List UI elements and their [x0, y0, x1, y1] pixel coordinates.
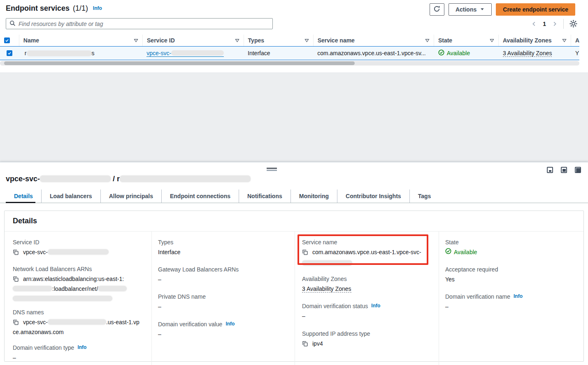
info-link[interactable]: Info [77, 344, 86, 350]
table-header-row: Name Service ID Types Service name State… [0, 35, 579, 46]
actions-button-label: Actions [456, 6, 476, 13]
horizontal-scrollbar-thumb[interactable] [4, 61, 355, 65]
state-text: Available [454, 248, 477, 257]
tab-details[interactable]: Details [6, 190, 41, 203]
search-input[interactable] [19, 21, 269, 27]
field-domain-verification-name: Domain verification nameInfo – [445, 293, 574, 311]
redacted-text [120, 175, 251, 182]
tab-contributor-insights[interactable]: Contributor Insights [337, 190, 409, 203]
field-label: Network Load Balancers ARNs [13, 266, 142, 272]
info-link[interactable]: Info [225, 321, 235, 327]
copy-icon[interactable] [302, 341, 308, 349]
redacted-text [48, 319, 106, 325]
create-endpoint-service-button[interactable]: Create endpoint service [496, 3, 575, 16]
endpoint-services-list-section: Endpoint services (1/1) Info Actions Cre… [0, 0, 588, 73]
tab-allow-principals[interactable]: Allow principals [100, 190, 161, 203]
panel-title: vpce-svc- / r [6, 175, 251, 183]
availability-zones-link[interactable]: 3 Availability Zones [503, 50, 552, 57]
page-title: Endpoint services [6, 4, 70, 12]
cell-service-id: vpce-svc- [142, 47, 244, 60]
cell-types: Interface [244, 47, 313, 60]
info-link[interactable]: Info [93, 5, 102, 11]
redacted-text [302, 260, 352, 266]
filter-icon[interactable] [304, 38, 309, 43]
field-label: Domain verification status [302, 303, 368, 309]
field-label: Acceptance required [445, 266, 574, 273]
header-actions: Actions Create endpoint service [430, 3, 575, 16]
field-gateway-load-balancers-arns: Gateway Load Balancers ARNs – [158, 266, 285, 284]
column-header-acceptance-truncated: A [575, 37, 579, 44]
info-link[interactable]: Info [514, 293, 523, 299]
field-label: Domain verification type [13, 344, 74, 351]
refresh-icon [433, 5, 440, 14]
tab-tags[interactable]: Tags [409, 190, 439, 203]
tab-load-balancers[interactable]: Load balancers [41, 190, 100, 203]
field-domain-verification-type: Domain verification typeInfo – [13, 344, 142, 362]
page-background [0, 73, 588, 162]
field-service-id: Service ID vpce-svc- [13, 239, 142, 258]
redacted-text [171, 50, 224, 56]
copy-icon[interactable] [13, 319, 19, 328]
copy-icon[interactable] [302, 249, 308, 258]
page-number[interactable]: 1 [543, 21, 546, 27]
field-supported-ip-address-type: Supported IP address type ipv4 [302, 330, 429, 349]
panel-drag-handle[interactable] [267, 168, 277, 171]
field-label: Types [158, 239, 285, 246]
copy-icon[interactable] [13, 249, 19, 258]
cell-availability-zones: 3 Availability Zones [499, 47, 571, 60]
filter-icon[interactable] [562, 38, 567, 43]
create-endpoint-service-label: Create endpoint service [503, 6, 568, 13]
column-header-state: State [438, 37, 452, 44]
redacted-text [98, 286, 127, 291]
details-card: Details Service ID vpce-svc- Network Loa… [4, 211, 584, 362]
details-card-heading: Details [5, 211, 583, 232]
details-column-4: State Available Acceptance required Yes [439, 232, 583, 365]
refresh-button[interactable] [430, 3, 444, 16]
cell-acceptance-truncated: Y [571, 47, 579, 60]
panel-size-medium-button[interactable] [561, 167, 567, 173]
settings-gear-button[interactable] [569, 20, 577, 28]
caret-down-icon [480, 6, 485, 13]
panel-size-large-button[interactable] [575, 167, 581, 173]
column-header-service-name: Service name [318, 37, 355, 44]
filter-icon[interactable] [235, 38, 239, 43]
pagination: 1 [531, 18, 577, 29]
column-header-availability-zones: Availability Zones [503, 37, 552, 44]
panel-size-small-button[interactable] [547, 167, 553, 173]
select-all-checkbox[interactable] [4, 37, 10, 43]
search-icon [9, 20, 16, 28]
column-header-types: Types [248, 37, 264, 44]
tab-notifications[interactable]: Notifications [239, 190, 291, 203]
field-network-load-balancers-arns: Network Load Balancers ARNs arn:aws:elas… [13, 266, 142, 301]
table-row[interactable]: rs vpce-svc- Interface com.amazonaws.vpc… [0, 46, 579, 60]
actions-button[interactable]: Actions [449, 3, 492, 16]
row-checkbox[interactable] [7, 50, 12, 56]
filter-icon[interactable] [425, 38, 430, 43]
filter-icon[interactable] [134, 38, 138, 43]
cell-state: Available [434, 47, 499, 60]
field-private-dns-name: Private DNS name – [158, 293, 285, 311]
horizontal-scrollbar[interactable] [0, 61, 579, 66]
service-id-link[interactable]: vpce-svc- [146, 50, 224, 57]
name-visible-end: s [92, 50, 95, 56]
endpoint-services-table: Name Service ID Types Service name State… [0, 35, 579, 60]
copy-icon[interactable] [13, 276, 19, 285]
field-domain-verification-value: Domain verification valueInfo – [158, 321, 285, 339]
field-state: State Available [445, 239, 574, 257]
availability-zones-link[interactable]: 3 Availability Zones [302, 285, 351, 292]
previous-page-button[interactable] [531, 21, 537, 27]
redacted-text [27, 51, 92, 56]
details-column-3: Service name com.amazonaws.vpce.us-east-… [295, 232, 439, 365]
column-header-service-id: Service ID [147, 37, 175, 44]
details-column-1: Service ID vpce-svc- Network Load Balanc… [5, 232, 151, 365]
info-link[interactable]: Info [371, 303, 380, 309]
tab-monitoring[interactable]: Monitoring [291, 190, 337, 203]
divider [563, 19, 564, 29]
tab-endpoint-connections[interactable]: Endpoint connections [161, 190, 239, 203]
field-label: Gateway Load Balancers ARNs [158, 266, 285, 273]
field-label: Service name [302, 239, 429, 246]
field-availability-zones: Availability Zones 3 Availability Zones [302, 276, 429, 293]
next-page-button[interactable] [552, 21, 558, 27]
filter-icon[interactable] [490, 38, 494, 43]
search-box [6, 18, 273, 29]
